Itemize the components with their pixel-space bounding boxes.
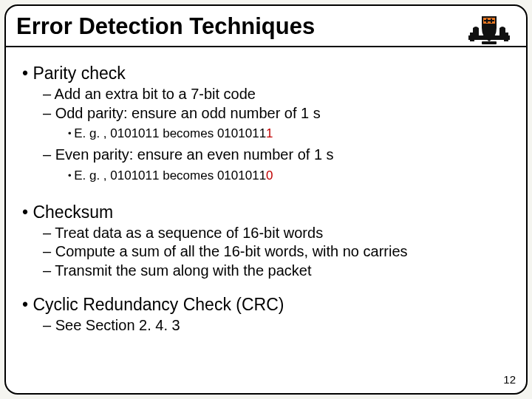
bullet-checksum: Checksum (22, 202, 510, 222)
bullet-crc: Cyclic Redundancy Check (CRC) (22, 295, 510, 315)
example-text: E. g. , 0101011 becomes 0101011 (74, 168, 266, 183)
subbullet: Treat data as a sequence of 16-bit words (43, 224, 510, 243)
subbullet: Add an extra bit to a 7-bit code (43, 85, 510, 104)
subbullet: Odd parity: ensure an odd number of 1 s (43, 104, 510, 123)
subbullet: Transmit the sum along with the packet (43, 262, 510, 281)
subbullet: Compute a sum of all the 16-bit words, w… (43, 242, 510, 262)
slide-title: Error Detection Techniques (16, 13, 516, 40)
example-odd-parity: E. g. , 0101011 becomes 01010111 (68, 126, 510, 143)
subbullet: See Section 2. 4. 3 (43, 316, 510, 335)
slide-frame: Error Detection Techniques Parity check … (4, 4, 528, 395)
princeton-shield-icon (468, 13, 510, 46)
svg-rect-5 (484, 20, 494, 21)
highlighted-bit: 1 (266, 126, 273, 140)
slide-content: Parity check Add an extra bit to a 7-bit… (22, 59, 510, 335)
example-even-parity: E. g. , 0101011 becomes 01010110 (68, 168, 510, 185)
bullet-parity-check: Parity check (22, 64, 510, 83)
example-text: E. g. , 0101011 becomes 0101011 (74, 126, 266, 140)
highlighted-bit: 0 (266, 168, 273, 183)
title-bar: Error Detection Techniques (4, 6, 528, 47)
page-number: 12 (503, 373, 516, 386)
subbullet: Even parity: ensure an even number of 1 … (43, 146, 510, 165)
svg-rect-6 (482, 41, 497, 44)
